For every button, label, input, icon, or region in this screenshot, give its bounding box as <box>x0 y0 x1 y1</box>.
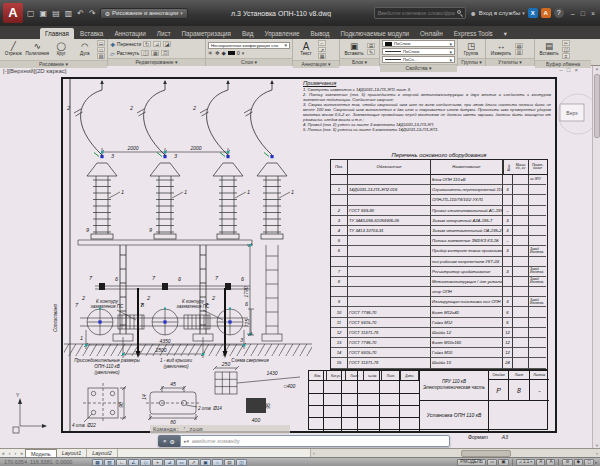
layer-lock-icon[interactable]: ◆ <box>222 50 226 56</box>
insert-block-tool[interactable]: ▣Вставить <box>342 40 366 57</box>
quick-view-layouts-icon[interactable]: ▭ <box>487 459 497 466</box>
annotation-scale-button[interactable]: ⊿ 1:1 ▾ <box>516 459 536 466</box>
panel-properties-label[interactable]: Свойства ▾ <box>380 64 457 72</box>
panel-clipboard-label[interactable]: Буфер обмена <box>535 60 591 68</box>
horizontal-scroll-thumb[interactable] <box>461 450 511 457</box>
ellipse-icon[interactable]: ⬭ <box>97 47 105 53</box>
doc-restore-icon[interactable]: □ <box>567 67 571 73</box>
scale-icon[interactable]: ⊡ <box>161 50 169 56</box>
leader-icon[interactable]: ↗ <box>318 47 326 53</box>
status-toggle[interactable]: ▦ <box>92 459 103 466</box>
circle-tool[interactable]: ◯Круг <box>50 40 73 59</box>
erase-icon[interactable]: ◪ <box>163 41 171 47</box>
array-icon[interactable]: ▦ <box>151 50 159 56</box>
panel-draw-label[interactable]: Рисование ▾ <box>0 60 107 68</box>
minimize-button[interactable]: – <box>571 10 575 17</box>
redo-icon[interactable]: ↷ <box>88 9 97 18</box>
close-icon[interactable]: × <box>163 438 167 444</box>
rotate-icon[interactable]: ↻ <box>143 41 151 47</box>
quick-select-icon[interactable]: ▧ <box>515 43 523 49</box>
tab-layout[interactable]: Лист <box>152 28 176 39</box>
line-tool[interactable]: ╱Отрезок <box>2 40 25 59</box>
layer-freeze-icon[interactable]: ❄ <box>215 50 220 56</box>
quick-view-drawings-icon[interactable]: ▣ <box>498 459 508 466</box>
tab-output[interactable]: Вывод <box>305 28 334 39</box>
color-combo[interactable]: ПоСлою▾ <box>382 40 455 47</box>
tab-insert[interactable]: Вставка <box>75 28 108 39</box>
panel-layers-label[interactable]: Слои ▾ <box>206 58 292 66</box>
status-toggle[interactable]: ↗ <box>188 459 199 466</box>
annotation-autoscale-icon[interactable]: А <box>546 459 555 466</box>
plot-icon[interactable]: ▥ <box>64 9 74 18</box>
copy-icon[interactable]: ◫ <box>562 47 570 53</box>
vertical-scrollbar[interactable]: ▲ ▼ <box>592 66 600 448</box>
lock-ui-icon[interactable]: ◆ <box>574 459 584 466</box>
quick-calc-icon[interactable]: ▥ <box>515 49 523 55</box>
status-toggle[interactable]: ⊿ <box>164 459 175 466</box>
open-icon[interactable]: ▣ <box>39 9 49 18</box>
close-button[interactable]: × <box>591 10 595 17</box>
first-layout-icon[interactable]: « <box>0 450 7 456</box>
cut-icon[interactable]: ✂ <box>562 40 570 46</box>
ribbon-minimize-icon[interactable]: ▾ <box>499 28 512 39</box>
exchange-apps-icon[interactable]: X <box>528 8 538 18</box>
last-layout-icon[interactable]: » <box>18 450 25 456</box>
move-tool[interactable]: ✚Перенести↻⊿◪ <box>110 41 203 48</box>
status-toggle[interactable]: ◫ <box>236 459 247 466</box>
annotation-visibility-icon[interactable]: А <box>536 459 545 466</box>
tab-express[interactable]: Express Tools <box>449 28 498 39</box>
tab-manage[interactable]: Управление <box>259 28 304 39</box>
doc-minimize-icon[interactable]: ‒ <box>560 67 563 73</box>
tab-parametric[interactable]: Параметризация <box>177 28 236 39</box>
trim-icon[interactable]: ⊿ <box>153 41 161 47</box>
customize-icon[interactable]: ⚙ <box>170 438 175 445</box>
status-toggle[interactable]: ▤ <box>224 459 235 466</box>
tab-annotate[interactable]: Аннотации <box>109 28 150 39</box>
model-paper-toggle[interactable]: РМОДЕЛЬ <box>457 459 486 466</box>
lineweight-combo[interactable]: ПоСл...▾ <box>382 56 455 63</box>
panel-utilities-label[interactable]: Утилиты ▾ <box>486 58 534 66</box>
vertical-scroll-thumb[interactable] <box>594 74 600 138</box>
command-options-icon[interactable]: ▸▾ <box>184 438 189 444</box>
layer-color-swatch[interactable] <box>228 51 235 55</box>
workspace-switching-icon[interactable]: ⚙ <box>562 459 572 466</box>
panel-groups-label[interactable]: Группы ▾ <box>458 58 485 66</box>
status-toggle[interactable]: ∟ <box>116 459 127 466</box>
layer-on-icon[interactable]: ☀ <box>208 50 213 56</box>
status-menu-icon[interactable]: ▾ <box>595 460 597 465</box>
tab-home[interactable]: Главная <box>40 28 74 39</box>
horizontal-scrollbar[interactable]: ‹ › <box>310 449 600 457</box>
command-input[interactable]: ▸▾ введите команду <box>180 435 450 447</box>
signin-button[interactable]: ☻ Вход в службы ▾ <box>469 10 524 17</box>
linetype-combo[interactable]: ПоСлою▾ <box>382 48 455 55</box>
arc-tool[interactable]: ◠Дуга <box>73 40 96 59</box>
paste-tool[interactable]: ▤Вставить <box>537 40 561 59</box>
tab-plugins[interactable]: Подключаемые модули <box>336 28 415 39</box>
search-box[interactable] <box>374 7 466 19</box>
status-toggle[interactable]: ∠ <box>128 459 139 466</box>
create-block-icon[interactable]: ⊞ <box>367 43 375 49</box>
panel-block-label[interactable]: Блок ▾ <box>340 58 379 66</box>
layer-state-combo[interactable]: Несохраненная конфигурация сло▾ <box>208 42 290 49</box>
drawing-area[interactable]: [-][Верхний][2D каркас] ‒ □ × <box>0 66 592 448</box>
table-icon[interactable]: ▦ <box>318 53 326 59</box>
dimension-icon[interactable]: ⌐ <box>318 40 326 46</box>
measure-tool[interactable]: ↔Измерить <box>488 40 514 57</box>
viewcube[interactable]: Верх <box>558 94 592 134</box>
clean-screen-icon[interactable]: ◻ <box>584 459 594 466</box>
group-tool[interactable]: ◳Группа <box>460 40 482 57</box>
rectangle-icon[interactable]: ▭ <box>97 40 105 46</box>
text-tool[interactable]: AТекст <box>295 40 317 59</box>
status-toggle[interactable]: ○ <box>212 459 223 466</box>
scroll-right-icon[interactable]: › <box>594 450 600 456</box>
mirror-icon[interactable]: ◫ <box>141 50 149 56</box>
tab-online[interactable]: Онлайн <box>415 28 448 39</box>
undo-icon[interactable]: ↶ <box>76 9 85 18</box>
status-toggle[interactable]: + <box>152 459 163 466</box>
restore-button[interactable]: □ <box>581 10 585 17</box>
status-toggle[interactable]: ▧ <box>104 459 115 466</box>
autodesk360-icon[interactable]: A <box>541 8 551 18</box>
command-close-area[interactable]: × ⚙ <box>158 435 180 447</box>
viewport-controls[interactable]: [-][Верхний][2D каркас] <box>3 68 67 74</box>
status-toggle[interactable]: ▣ <box>200 459 211 466</box>
